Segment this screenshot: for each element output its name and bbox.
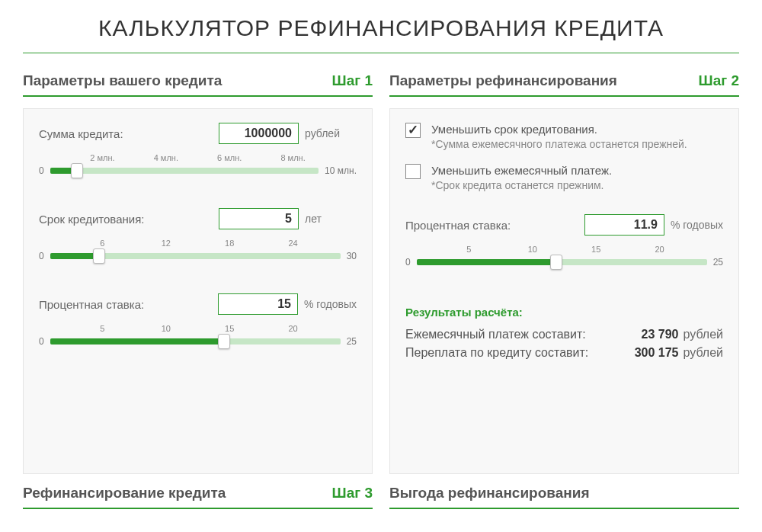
- amount-slider[interactable]: [50, 168, 319, 174]
- rate-right-handle[interactable]: [550, 255, 562, 270]
- rate-left-slider[interactable]: [50, 338, 341, 345]
- result-monthly: Ежемесячный платеж составит: 23 790 рубл…: [405, 328, 723, 341]
- field-amount: Сумма кредита: рублей 2 млн. 4 млн. 6 мл…: [39, 123, 357, 176]
- term-handle[interactable]: [93, 248, 105, 264]
- field-rate-right: Процентная ставка: % годовых 5 10 15 20 …: [405, 214, 723, 268]
- checkbox-reduce-term[interactable]: [405, 123, 421, 138]
- result-monthly-unit: рублей: [683, 328, 723, 341]
- field-term: Срок кредитования: лет 6 12 18 24 0: [39, 208, 357, 261]
- section-title-3: Рефинансирование кредита: [23, 485, 226, 502]
- rate-left-unit: % годовых: [304, 298, 357, 310]
- term-unit: лет: [305, 213, 357, 225]
- panel-left: Сумма кредита: рублей 2 млн. 4 млн. 6 мл…: [23, 108, 373, 474]
- rate-left-max: 25: [347, 336, 357, 347]
- opt1-note: *Сумма ежемесячного платежа останется пр…: [431, 138, 687, 150]
- page-title: КАЛЬКУЛЯТОР РЕФИНАНСИРОВАНИЯ КРЕДИТА: [23, 15, 739, 41]
- rate-right-slider[interactable]: [417, 259, 707, 265]
- rate-left-input[interactable]: [218, 293, 298, 315]
- checkbox-reduce-payment[interactable]: [405, 164, 421, 179]
- rate-right-input[interactable]: [584, 214, 664, 236]
- amount-max: 10 млн.: [325, 165, 357, 176]
- opt2-note: *Срок кредита останется прежним.: [431, 179, 612, 191]
- opt1-label: Уменьшить срок кредитования.: [431, 123, 687, 136]
- result-monthly-value: 23 790: [625, 328, 678, 341]
- amount-ticks: 2 млн. 4 млн. 6 млн. 8 млн.: [39, 153, 357, 164]
- term-min: 0: [39, 251, 44, 261]
- opt2-label: Уменьшить ежемесячный платеж.: [431, 164, 612, 177]
- amount-handle[interactable]: [71, 163, 83, 178]
- rate-left-min: 0: [39, 336, 44, 347]
- amount-unit: рублей: [305, 127, 357, 139]
- result-overpay: Переплата по кредиту составит: 300 175 р…: [405, 346, 723, 360]
- rate-right-ticks: 5 10 15 20: [405, 245, 723, 255]
- col-left: Параметры вашего кредита Шаг 1 Сумма кре…: [23, 72, 373, 521]
- section-title-4: Выгода рефинансирования: [389, 485, 590, 502]
- field-rate-left: Процентная ставка: % годовых 5 10 15 20 …: [39, 293, 357, 347]
- rate-right-unit: % годовых: [671, 219, 723, 231]
- panel-right: Уменьшить срок кредитования. *Сумма ежем…: [389, 108, 739, 474]
- result-overpay-label: Переплата по кредиту составит:: [405, 346, 625, 360]
- section-header-left: Параметры вашего кредита Шаг 1: [23, 72, 373, 97]
- term-max: 30: [347, 251, 357, 261]
- results-title: Результаты расчёта:: [405, 306, 723, 319]
- option-reduce-payment: Уменьшить ежемесячный платеж. *Срок кред…: [405, 164, 723, 191]
- section-title-right: Параметры рефинансирования: [389, 72, 617, 89]
- rate-right-label: Процентная ставка:: [405, 219, 584, 232]
- section-header-right: Параметры рефинансирования Шаг 2: [389, 72, 739, 97]
- step-label-3: Шаг 3: [332, 485, 373, 502]
- rate-left-ticks: 5 10 15 20: [39, 324, 357, 335]
- section-header-3: Рефинансирование кредита Шаг 3: [23, 485, 373, 509]
- section-title-left: Параметры вашего кредита: [23, 72, 222, 89]
- rate-left-label: Процентная ставка:: [39, 298, 218, 311]
- result-monthly-label: Ежемесячный платеж составит:: [405, 328, 625, 341]
- step-label-1: Шаг 1: [332, 72, 373, 89]
- amount-input[interactable]: [219, 123, 299, 144]
- col-right: Параметры рефинансирования Шаг 2 Уменьши…: [389, 72, 739, 521]
- section-header-4: Выгода рефинансирования: [389, 485, 739, 509]
- rate-right-max: 25: [713, 257, 723, 268]
- term-input[interactable]: [219, 208, 299, 229]
- rate-left-handle[interactable]: [218, 334, 230, 349]
- term-slider[interactable]: [50, 253, 341, 259]
- result-overpay-unit: рублей: [683, 346, 723, 360]
- term-ticks: 6 12 18 24: [39, 239, 357, 249]
- step-label-2: Шаг 2: [699, 72, 739, 89]
- main-columns: Параметры вашего кредита Шаг 1 Сумма кре…: [23, 72, 739, 521]
- result-overpay-value: 300 175: [625, 346, 678, 360]
- option-reduce-term: Уменьшить срок кредитования. *Сумма ежем…: [405, 123, 723, 150]
- amount-min: 0: [39, 165, 44, 176]
- divider: [23, 53, 739, 53]
- rate-right-min: 0: [405, 257, 411, 268]
- amount-label: Сумма кредита:: [39, 127, 219, 140]
- term-label: Срок кредитования:: [39, 213, 219, 226]
